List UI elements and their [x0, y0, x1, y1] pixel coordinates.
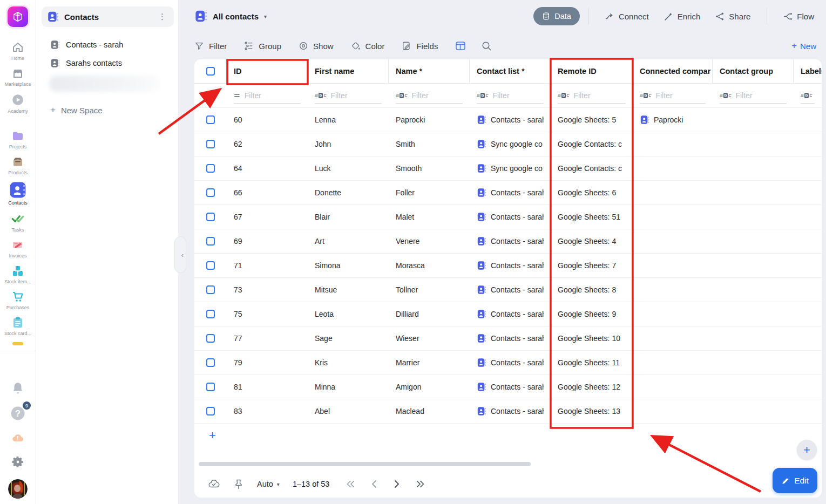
cell-id[interactable]: 60 — [227, 108, 308, 132]
table-row[interactable]: 60 Lenna Paprocki Contacts - sarah Googl… — [194, 108, 822, 132]
sidebar-item-contacts-sarah[interactable]: Contacts - sarah — [42, 36, 174, 54]
cell-labels[interactable] — [794, 205, 822, 229]
cell-first-name[interactable]: Mitsue — [308, 278, 389, 302]
cell-labels[interactable] — [794, 326, 822, 350]
app-logo[interactable] — [8, 6, 28, 27]
row-checkbox[interactable] — [206, 237, 215, 246]
next-page-button[interactable] — [393, 480, 401, 488]
cell-name[interactable]: Smooth — [389, 156, 470, 180]
cell-labels[interactable] — [794, 302, 822, 326]
cell-contact-group[interactable] — [713, 229, 794, 253]
filter-button[interactable]: Filter — [194, 41, 227, 51]
settings-gear-icon[interactable] — [11, 455, 25, 469]
color-button[interactable]: Color — [351, 41, 385, 51]
cell-contact-group[interactable] — [713, 302, 794, 326]
cell-remote-id[interactable]: Google Sheets: 13 — [551, 399, 633, 423]
cell-first-name[interactable]: Minna — [308, 375, 389, 399]
select-all-checkbox[interactable] — [206, 67, 215, 76]
cell-labels[interactable] — [794, 375, 822, 399]
user-avatar[interactable] — [8, 479, 28, 499]
cell-labels[interactable] — [794, 108, 822, 132]
flow-button[interactable]: Flow — [783, 12, 814, 21]
cell-remote-id[interactable]: Google Sheets: 8 — [551, 278, 633, 302]
fields-button[interactable]: Fields — [402, 41, 438, 51]
cell-contact-list[interactable]: Contacts - sarah — [470, 278, 551, 302]
cell-id[interactable]: 67 — [227, 205, 308, 229]
cell-first-name[interactable]: Luck — [308, 156, 389, 180]
cell-contact-list[interactable]: Contacts - sarah — [470, 399, 551, 423]
cell-contact-group[interactable] — [713, 254, 794, 277]
sync-warning-cloud-icon[interactable]: ! — [10, 432, 26, 445]
cell-remote-id[interactable]: Google Sheets: 6 — [551, 181, 633, 205]
table-row[interactable]: 83 Abel Maclead Contacts - sarah Google … — [194, 399, 822, 424]
cell-contact-list[interactable]: Sync google co — [470, 132, 551, 156]
space-menu-kebab-icon[interactable]: ⋮ — [156, 12, 168, 22]
cell-name[interactable]: Smith — [389, 132, 470, 156]
cell-contact-list[interactable]: Contacts - sarah — [470, 205, 551, 229]
cell-name[interactable]: Foller — [389, 181, 470, 205]
data-tab-button[interactable]: Data — [533, 7, 580, 25]
rail-item-academy[interactable]: Academy — [1, 93, 35, 114]
cell-labels[interactable] — [794, 278, 822, 302]
row-checkbox[interactable] — [206, 285, 215, 294]
cell-connected-company[interactable] — [633, 375, 713, 399]
row-checkbox[interactable] — [206, 188, 215, 197]
cell-connected-company[interactable] — [633, 302, 713, 326]
space-header-contacts[interactable]: Contacts ⋮ — [42, 6, 174, 27]
show-button[interactable]: Show — [299, 41, 334, 51]
row-checkbox[interactable] — [206, 140, 215, 148]
cell-name[interactable]: Venere — [389, 229, 470, 253]
cell-name[interactable]: Tollner — [389, 278, 470, 302]
cell-contact-group[interactable] — [713, 205, 794, 229]
cell-contact-list[interactable]: Contacts - sarah — [470, 254, 551, 277]
cell-id[interactable]: 79 — [227, 351, 308, 374]
column-header-name[interactable]: Name * — [389, 59, 470, 83]
row-checkbox[interactable] — [206, 115, 215, 124]
cell-remote-id[interactable]: Google Sheets: 12 — [551, 375, 633, 399]
add-row[interactable]: + — [194, 424, 822, 447]
rail-item-projects[interactable]: Projects — [1, 130, 35, 149]
row-checkbox[interactable] — [206, 213, 215, 221]
cell-connected-company[interactable] — [633, 326, 713, 350]
cell-connected-company[interactable] — [633, 351, 713, 374]
row-checkbox[interactable] — [206, 358, 215, 367]
cell-first-name[interactable]: John — [308, 132, 389, 156]
column-header-remote-id[interactable]: Remote ID — [551, 59, 633, 83]
cell-name[interactable]: Morasca — [389, 254, 470, 277]
view-switcher[interactable]: All contacts ▾ — [194, 10, 267, 23]
rail-item-contacts[interactable]: Contacts — [1, 181, 35, 206]
last-page-button[interactable] — [416, 480, 425, 488]
cell-connected-company[interactable]: Paprocki — [633, 108, 713, 132]
cell-connected-company[interactable] — [633, 156, 713, 180]
cell-id[interactable]: 66 — [227, 181, 308, 205]
cell-labels[interactable] — [794, 254, 822, 277]
cell-first-name[interactable]: Donette — [308, 181, 389, 205]
help-button[interactable]: ? 9 — [10, 405, 26, 421]
cell-id[interactable]: 81 — [227, 375, 308, 399]
scrollbar-thumb[interactable] — [199, 462, 531, 466]
cell-contact-group[interactable] — [713, 156, 794, 180]
cell-first-name[interactable]: Art — [308, 229, 389, 253]
cell-id[interactable]: 77 — [227, 326, 308, 350]
cell-first-name[interactable]: Sage — [308, 326, 389, 350]
cell-remote-id[interactable]: Google Contacts: c — [551, 132, 633, 156]
cell-id[interactable]: 73 — [227, 278, 308, 302]
sync-status-cloud-icon[interactable] — [208, 479, 220, 489]
table-row[interactable]: 71 Simona Morasca Contacts - sarah Googl… — [194, 254, 822, 278]
column-header-contact-group[interactable]: Contact group — [713, 59, 794, 83]
column-header-contact-list[interactable]: Contact list * — [470, 59, 551, 83]
new-space-button[interactable]: + New Space — [42, 105, 174, 115]
cell-connected-company[interactable] — [633, 205, 713, 229]
cell-contact-list[interactable]: Contacts - sarah — [470, 302, 551, 326]
filter-input-connected-company[interactable] — [655, 91, 706, 100]
rail-item-stock-items[interactable]: Stock item... — [1, 264, 35, 284]
cell-remote-id[interactable]: Google Sheets: 7 — [551, 254, 633, 277]
cell-labels[interactable] — [794, 351, 822, 374]
cell-name[interactable]: Malet — [389, 205, 470, 229]
cell-name[interactable]: Marrier — [389, 351, 470, 374]
cell-first-name[interactable]: Leota — [308, 302, 389, 326]
new-record-button[interactable]: + New — [791, 40, 816, 51]
table-row[interactable]: 64 Luck Smooth Sync google co Google Con… — [194, 156, 822, 181]
cell-contact-list[interactable]: Sync google co — [470, 156, 551, 180]
cell-name[interactable]: Paprocki — [389, 108, 470, 132]
